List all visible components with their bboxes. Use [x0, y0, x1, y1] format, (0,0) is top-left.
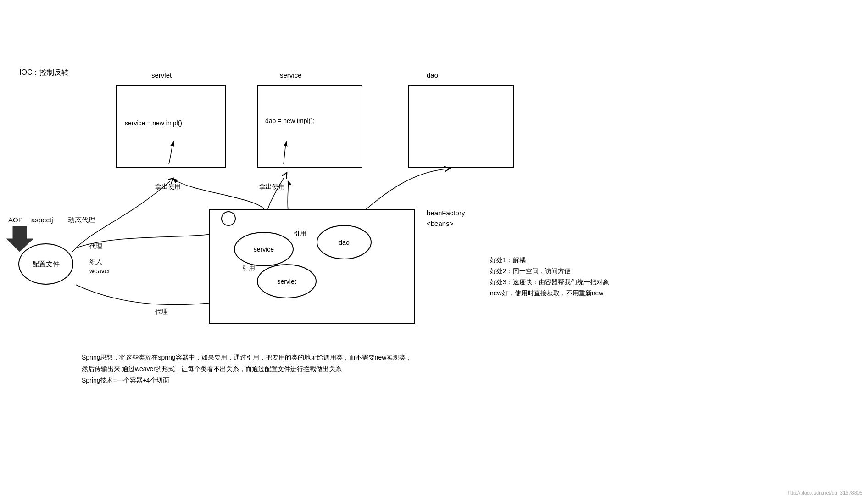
bottom-text-2: 然后传输出来 通过weaver的形式，让每个类看不出关系，而通过配置文件进行拦截…: [82, 365, 342, 373]
yinyong-2: 引用: [242, 264, 255, 272]
servlet-label: servlet: [151, 71, 172, 79]
na-shiyong-1: 拿出使用: [155, 183, 181, 191]
good-point-1: 好处1：解耦: [490, 256, 526, 265]
small-circle: [221, 211, 236, 226]
diagram-container: IOC：控制反转 AOP aspectj 动态代理 配置文件 servlet s…: [0, 0, 868, 501]
good-point-4: new好，使用时直接获取，不用重新new: [490, 289, 603, 298]
beans-label: <beans>: [427, 220, 453, 227]
bottom-text-1: Spring思想，将这些类放在spring容器中，如果要用，通过引用，把要用的类…: [82, 354, 412, 362]
service-label: service: [280, 71, 302, 79]
service-ellipse-label: service: [254, 246, 274, 253]
bottom-text-3: Spring技术=一个容器+4个切面: [82, 377, 169, 385]
dao-ellipse-label: dao: [339, 239, 349, 246]
aspectj-label: aspectj: [31, 216, 53, 224]
weaver-label: weaver: [89, 267, 110, 275]
service-box: [257, 85, 362, 168]
dao-box: [408, 85, 514, 168]
servlet-ellipse-label: servlet: [277, 278, 296, 285]
servlet-code: service = new impl(): [125, 119, 182, 127]
service-ellipse: service: [234, 232, 294, 266]
good-point-3: 好处3：速度快：由容器帮我们统一把对象: [490, 278, 609, 287]
daili-1: 代理: [89, 242, 102, 251]
url-watermark: http://blog.csdn.net/qq_31678805: [788, 490, 862, 495]
aop-label: AOP: [8, 216, 23, 224]
servlet-ellipse: servlet: [257, 264, 317, 298]
na-shiyong-2: 拿出使用: [259, 183, 285, 191]
service-code: dao = new impl();: [265, 117, 315, 124]
good-point-2: 好处2：同一空间，访问方便: [490, 267, 571, 276]
dao-ellipse: dao: [317, 225, 372, 259]
dynamic-proxy-label: 动态代理: [68, 216, 95, 225]
yinyong-1: 引用: [294, 230, 306, 238]
daili-2: 代理: [155, 308, 168, 316]
dao-label: dao: [427, 71, 438, 79]
zhiru-label: 织入: [89, 258, 102, 266]
bean-factory-box: [209, 209, 415, 324]
config-file-label: 配置文件: [32, 260, 60, 269]
config-ellipse: 配置文件: [18, 243, 73, 285]
bean-factory-label: beanFactory: [427, 209, 465, 217]
ioc-label: IOC：控制反转: [19, 68, 69, 78]
